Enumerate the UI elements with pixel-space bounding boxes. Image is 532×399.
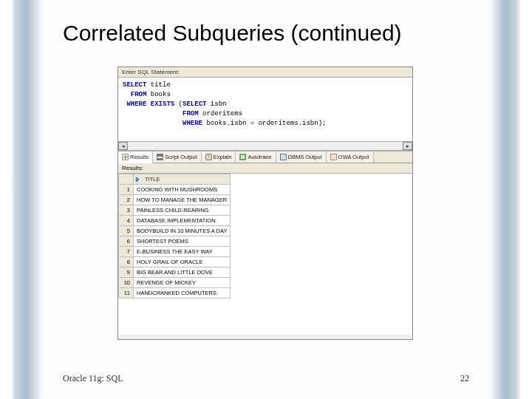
tab-explain[interactable]: Explain [202, 151, 236, 163]
table-row[interactable]: 10REVENGE OF MICKEY [119, 278, 231, 288]
cell-title: BODYBUILD IN 10 MINUTES A DAY [134, 226, 231, 236]
row-number: 7 [119, 247, 134, 257]
cell-title: BIG BEAR AND LITTLE DOVE [134, 267, 231, 278]
row-number: 3 [119, 205, 134, 216]
cell-title: DATABASE IMPLEMENTATION [134, 216, 231, 226]
tab-dbms-output[interactable]: DBMS Output [276, 151, 327, 163]
tab-label: DBMS Output [288, 154, 322, 160]
sort-icon [136, 177, 143, 183]
scroll-left-arrow-icon[interactable]: ◂ [118, 142, 128, 150]
tab-label: Results [130, 154, 149, 160]
table-row[interactable]: 7E-BUSINESS THE EASY WAY [119, 247, 231, 257]
table-row[interactable]: 4DATABASE IMPLEMENTATION [119, 216, 231, 226]
tab-owa-output[interactable]: OWA Output [327, 151, 374, 163]
tab-label: Script Output [165, 154, 197, 160]
kw-select: SELECT [123, 81, 146, 89]
tab-label: Explain [214, 154, 232, 160]
slide: Correlated Subqueries (continued) Enter … [0, 0, 532, 399]
cell-title: HOLY GRAIL OF ORACLE [134, 257, 231, 267]
kw-select-inner: SELECT [183, 100, 206, 108]
cell-title: E-BUSINESS THE EASY WAY [134, 247, 231, 257]
sql-text: ( [174, 100, 183, 108]
explain-icon [205, 154, 212, 160]
row-number: 10 [119, 278, 134, 288]
footer-source: Oracle 11g: SQL [63, 373, 123, 384]
sql-text: books.isbn = orderitems.isbn); [202, 120, 326, 127]
sql-developer-window: Enter SQL Statement: SELECT title FROM b… [117, 66, 413, 340]
sql-panel-label: Enter SQL Statement: [118, 67, 412, 78]
kw-where-inner: WHERE [183, 120, 202, 127]
sql-text: orderitems [199, 110, 242, 117]
table-row[interactable]: 5BODYBUILD IN 10 MINUTES A DAY [119, 226, 231, 236]
grid-icon [122, 154, 129, 160]
cell-title: REVENGE OF MICKEY [134, 278, 231, 288]
table-row[interactable]: 9BIG BEAR AND LITTLE DOVE [119, 267, 231, 278]
sql-text: books [146, 91, 170, 98]
row-number: 11 [119, 288, 134, 299]
table-row[interactable]: 8HOLY GRAIL OF ORACLE [119, 257, 231, 267]
results-table: TITLE 1COOKING WITH MUSHROOMS 2HOW TO MA… [118, 174, 231, 299]
page-number: 22 [460, 373, 469, 384]
cell-title: COOKING WITH MUSHROOMS [134, 185, 231, 195]
tab-label: Autotrace [248, 154, 271, 160]
tab-results[interactable]: Results [118, 151, 153, 163]
row-number: 9 [119, 267, 134, 278]
table-row[interactable]: 11HANDCRANKED COMPUTERS [119, 288, 231, 299]
kw-from-inner: FROM [183, 110, 199, 117]
slide-title: Correlated Subqueries (continued) [63, 21, 488, 46]
output-tabs: Results Script Output Explain Autotrace … [118, 151, 412, 163]
row-number: 5 [119, 226, 134, 236]
scroll-right-arrow-icon[interactable]: ▸ [403, 142, 412, 150]
table-row[interactable]: 2HOW TO MANAGE THE MANAGER [119, 195, 231, 205]
row-number: 8 [119, 257, 134, 267]
table-row[interactable]: 1COOKING WITH MUSHROOMS [119, 185, 231, 195]
row-number: 1 [119, 185, 134, 195]
scroll-track[interactable] [128, 142, 403, 150]
kw-from: FROM [131, 91, 147, 98]
autotrace-icon [239, 154, 246, 160]
cell-title: SHORTEST POEMS [134, 236, 231, 247]
sql-text: title [146, 81, 170, 89]
row-number: 4 [119, 216, 134, 226]
sql-text: isbn [206, 100, 226, 108]
row-number: 2 [119, 195, 134, 205]
results-grid[interactable]: TITLE 1COOKING WITH MUSHROOMS 2HOW TO MA… [118, 174, 412, 335]
sql-editor[interactable]: SELECT title FROM books WHERE EXISTS (SE… [118, 78, 412, 141]
script-icon [157, 154, 163, 160]
kw-where-exists: WHERE EXISTS [126, 100, 174, 108]
table-row[interactable]: 6SHORTEST POEMS [119, 236, 231, 247]
results-label: Results: [118, 163, 412, 174]
tab-script-output[interactable]: Script Output [153, 151, 202, 163]
tab-label: OWA Output [338, 154, 369, 160]
cell-title: HANDCRANKED COMPUTERS [134, 288, 231, 299]
table-row[interactable]: 3PAINLESS CHILD-REARING [119, 205, 231, 216]
owa-icon [330, 154, 337, 160]
cell-title: PAINLESS CHILD-REARING [134, 205, 231, 216]
cell-title: HOW TO MANAGE THE MANAGER [134, 195, 231, 205]
dbms-icon [280, 154, 287, 160]
horizontal-scrollbar[interactable]: ◂ ▸ [118, 141, 412, 151]
row-number: 6 [119, 236, 134, 247]
corner-cell [119, 174, 134, 185]
column-header-title[interactable]: TITLE [134, 174, 231, 185]
tab-autotrace[interactable]: Autotrace [236, 151, 276, 163]
column-name: TITLE [145, 176, 160, 183]
